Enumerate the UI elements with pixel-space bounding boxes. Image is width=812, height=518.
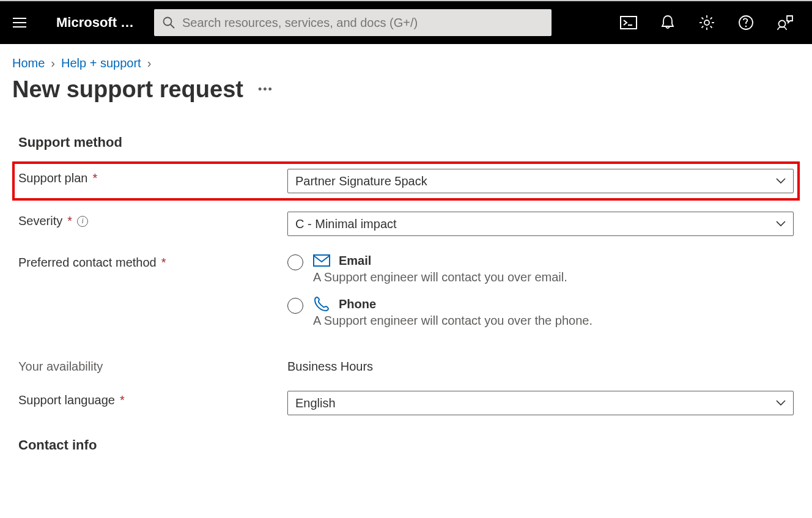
svg-rect-19 [314, 255, 330, 266]
chevron-right-icon: › [51, 56, 55, 70]
contact-option-phone-desc: A Support engineer will contact you over… [313, 314, 592, 328]
svg-line-15 [702, 26, 704, 28]
help-button[interactable] [736, 13, 756, 32]
required-marker: * [67, 214, 72, 228]
severity-label: Severity [18, 214, 62, 228]
search-box[interactable] [154, 9, 552, 36]
svg-point-7 [704, 20, 709, 25]
required-marker: * [92, 171, 97, 185]
radio-email[interactable] [287, 254, 303, 270]
contact-option-email-desc: A Support engineer will contact you over… [313, 270, 567, 284]
contact-option-email[interactable]: Email A Support engineer will contact yo… [287, 253, 794, 284]
breadcrumb-home[interactable]: Home [12, 56, 45, 70]
section-heading-contact-info: Contact info [18, 437, 794, 453]
feedback-icon [777, 15, 794, 31]
required-marker: * [161, 256, 166, 270]
section-heading-support-method: Support method [18, 135, 794, 150]
svg-rect-5 [621, 17, 637, 29]
breadcrumb: Home › Help + support › [0, 44, 812, 75]
field-availability: Your availability Business Hours [18, 357, 794, 374]
field-support-plan: Support plan * Partner Signature 5pack [12, 161, 800, 201]
more-actions-button[interactable]: ••• [258, 83, 273, 96]
svg-line-14 [711, 18, 712, 20]
availability-label: Your availability [18, 360, 103, 374]
chevron-down-icon [776, 178, 786, 184]
top-right-icons [619, 13, 805, 32]
email-icon [313, 253, 330, 268]
support-plan-value: Partner Signature 5pack [295, 174, 427, 188]
svg-line-13 [711, 26, 712, 28]
field-language: Support language * English [18, 391, 794, 415]
notifications-button[interactable] [658, 13, 677, 32]
availability-value: Business Hours [287, 357, 794, 374]
search-input[interactable] [182, 16, 543, 30]
support-plan-select[interactable]: Partner Signature 5pack [287, 169, 794, 193]
language-value: English [295, 396, 336, 410]
chevron-down-icon [776, 221, 786, 227]
severity-select[interactable]: C - Minimal impact [287, 212, 794, 236]
svg-line-4 [171, 24, 174, 28]
top-bar: Microsoft … [0, 0, 812, 44]
contact-option-phone[interactable]: Phone A Support engineer will contact yo… [287, 297, 794, 328]
chevron-down-icon [776, 400, 786, 406]
search-icon [163, 17, 175, 29]
contact-option-email-title: Email [339, 254, 371, 268]
required-marker: * [120, 393, 125, 407]
page-title: New support request [12, 76, 243, 103]
hamburger-icon [13, 17, 26, 28]
language-select[interactable]: English [287, 391, 794, 415]
contact-option-phone-title: Phone [339, 297, 376, 311]
svg-point-3 [164, 18, 172, 26]
brand-label[interactable]: Microsoft … [56, 15, 148, 31]
feedback-button[interactable] [775, 13, 795, 32]
chevron-right-icon: › [147, 56, 152, 70]
breadcrumb-help-support[interactable]: Help + support [61, 56, 141, 70]
contact-method-label: Preferred contact method [18, 256, 157, 270]
info-icon[interactable]: i [77, 216, 88, 227]
language-label: Support language [18, 393, 115, 407]
settings-button[interactable] [697, 13, 717, 32]
field-severity: Severity * i C - Minimal impact [18, 212, 794, 236]
cloud-shell-icon [620, 16, 637, 29]
help-icon [738, 15, 754, 31]
field-contact-method: Preferred contact method * Email [18, 253, 794, 340]
svg-point-17 [745, 26, 747, 28]
radio-phone[interactable] [287, 298, 303, 314]
support-plan-label: Support plan [18, 171, 87, 185]
severity-value: C - Minimal impact [295, 217, 397, 231]
gear-icon [699, 15, 715, 31]
bell-icon [661, 15, 674, 31]
cloud-shell-button[interactable] [619, 13, 638, 32]
svg-point-18 [779, 21, 786, 28]
svg-line-12 [702, 18, 704, 20]
phone-icon [313, 297, 330, 311]
menu-button[interactable] [7, 10, 32, 35]
